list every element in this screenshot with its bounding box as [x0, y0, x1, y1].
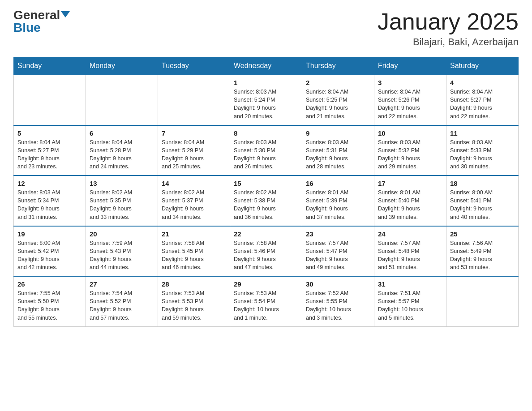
calendar-cell: 18Sunrise: 8:00 AMSunset: 5:41 PMDayligh…	[446, 176, 519, 226]
header-day-friday: Friday	[374, 57, 446, 75]
day-number: 21	[162, 230, 226, 238]
day-info: Sunrise: 8:02 AMSunset: 5:38 PMDaylight:…	[234, 188, 298, 221]
calendar-cell: 29Sunrise: 7:53 AMSunset: 5:54 PMDayligh…	[230, 276, 302, 326]
calendar-cell: 3Sunrise: 8:04 AMSunset: 5:26 PMDaylight…	[374, 75, 446, 125]
day-info: Sunrise: 7:59 AMSunset: 5:43 PMDaylight:…	[90, 239, 154, 272]
day-info: Sunrise: 8:03 AMSunset: 5:30 PMDaylight:…	[234, 138, 298, 171]
day-info: Sunrise: 8:04 AMSunset: 5:28 PMDaylight:…	[90, 138, 154, 171]
day-number: 22	[234, 230, 298, 238]
calendar-cell: 6Sunrise: 8:04 AMSunset: 5:28 PMDaylight…	[86, 125, 158, 176]
calendar-cell: 1Sunrise: 8:03 AMSunset: 5:24 PMDaylight…	[230, 75, 302, 125]
header-day-sunday: Sunday	[14, 57, 86, 75]
day-number: 26	[17, 280, 82, 288]
calendar-cell: 11Sunrise: 8:03 AMSunset: 5:33 PMDayligh…	[446, 125, 519, 176]
day-number: 20	[90, 230, 154, 238]
calendar-cell: 22Sunrise: 7:58 AMSunset: 5:46 PMDayligh…	[230, 226, 302, 277]
header-day-monday: Monday	[86, 57, 158, 75]
logo-triangle-icon	[61, 11, 70, 17]
calendar-cell: 13Sunrise: 8:02 AMSunset: 5:35 PMDayligh…	[86, 176, 158, 226]
day-number: 1	[234, 79, 298, 86]
calendar-header: SundayMondayTuesdayWednesdayThursdayFrid…	[14, 57, 519, 75]
day-info: Sunrise: 7:52 AMSunset: 5:55 PMDaylight:…	[306, 289, 370, 322]
day-number: 27	[90, 280, 154, 288]
day-number: 16	[306, 180, 370, 187]
day-info: Sunrise: 8:00 AMSunset: 5:42 PMDaylight:…	[17, 239, 82, 272]
day-info: Sunrise: 7:51 AMSunset: 5:57 PMDaylight:…	[378, 289, 442, 322]
day-number: 24	[378, 230, 442, 238]
day-number: 4	[450, 79, 515, 86]
day-number: 14	[162, 180, 226, 187]
month-title: January 2025	[378, 9, 519, 34]
calendar-cell: 26Sunrise: 7:55 AMSunset: 5:50 PMDayligh…	[14, 276, 86, 326]
day-info: Sunrise: 7:57 AMSunset: 5:48 PMDaylight:…	[378, 239, 442, 272]
calendar-cell	[446, 276, 519, 326]
calendar-cell: 31Sunrise: 7:51 AMSunset: 5:57 PMDayligh…	[374, 276, 446, 326]
day-info: Sunrise: 8:04 AMSunset: 5:25 PMDaylight:…	[306, 88, 370, 120]
calendar-cell: 19Sunrise: 8:00 AMSunset: 5:42 PMDayligh…	[14, 226, 86, 277]
day-number: 9	[306, 129, 370, 137]
day-info: Sunrise: 8:04 AMSunset: 5:27 PMDaylight:…	[17, 138, 82, 171]
day-info: Sunrise: 8:04 AMSunset: 5:27 PMDaylight:…	[450, 88, 515, 120]
calendar-table: SundayMondayTuesdayWednesdayThursdayFrid…	[13, 57, 519, 327]
calendar-cell: 17Sunrise: 8:01 AMSunset: 5:40 PMDayligh…	[374, 176, 446, 226]
day-info: Sunrise: 7:55 AMSunset: 5:50 PMDaylight:…	[17, 289, 82, 322]
header-day-tuesday: Tuesday	[158, 57, 230, 75]
calendar-body: 1Sunrise: 8:03 AMSunset: 5:24 PMDaylight…	[14, 75, 519, 326]
calendar-cell: 20Sunrise: 7:59 AMSunset: 5:43 PMDayligh…	[86, 226, 158, 277]
calendar-cell: 9Sunrise: 8:03 AMSunset: 5:31 PMDaylight…	[302, 125, 374, 176]
calendar-week-row: 19Sunrise: 8:00 AMSunset: 5:42 PMDayligh…	[14, 226, 519, 277]
day-info: Sunrise: 7:54 AMSunset: 5:52 PMDaylight:…	[90, 289, 154, 322]
day-number: 18	[450, 180, 515, 187]
day-number: 29	[234, 280, 298, 288]
day-number: 12	[17, 180, 82, 187]
header-day-thursday: Thursday	[302, 57, 374, 75]
calendar-cell: 7Sunrise: 8:04 AMSunset: 5:29 PMDaylight…	[158, 125, 230, 176]
day-number: 11	[450, 129, 515, 137]
day-number: 30	[306, 280, 370, 288]
calendar-week-row: 1Sunrise: 8:03 AMSunset: 5:24 PMDaylight…	[14, 75, 519, 125]
title-area: January 2025 Bilajari, Baki, Azerbaijan	[378, 9, 519, 48]
day-info: Sunrise: 8:02 AMSunset: 5:35 PMDaylight:…	[90, 188, 154, 221]
calendar-week-row: 26Sunrise: 7:55 AMSunset: 5:50 PMDayligh…	[14, 276, 519, 326]
calendar-cell: 28Sunrise: 7:53 AMSunset: 5:53 PMDayligh…	[158, 276, 230, 326]
logo-general-text: General	[13, 9, 60, 21]
day-info: Sunrise: 7:58 AMSunset: 5:45 PMDaylight:…	[162, 239, 226, 272]
day-number: 25	[450, 230, 515, 238]
header-day-wednesday: Wednesday	[230, 57, 302, 75]
day-info: Sunrise: 7:57 AMSunset: 5:47 PMDaylight:…	[306, 239, 370, 272]
calendar-cell: 4Sunrise: 8:04 AMSunset: 5:27 PMDaylight…	[446, 75, 519, 125]
calendar-cell: 16Sunrise: 8:01 AMSunset: 5:39 PMDayligh…	[302, 176, 374, 226]
day-info: Sunrise: 8:01 AMSunset: 5:40 PMDaylight:…	[378, 188, 442, 221]
day-info: Sunrise: 8:01 AMSunset: 5:39 PMDaylight:…	[306, 188, 370, 221]
logo-blue-text: Blue	[13, 21, 41, 34]
day-info: Sunrise: 8:00 AMSunset: 5:41 PMDaylight:…	[450, 188, 515, 221]
day-number: 2	[306, 79, 370, 86]
day-number: 6	[90, 129, 154, 137]
calendar-cell: 21Sunrise: 7:58 AMSunset: 5:45 PMDayligh…	[158, 226, 230, 277]
calendar-cell: 14Sunrise: 8:02 AMSunset: 5:37 PMDayligh…	[158, 176, 230, 226]
day-info: Sunrise: 7:53 AMSunset: 5:53 PMDaylight:…	[162, 289, 226, 322]
day-info: Sunrise: 8:02 AMSunset: 5:37 PMDaylight:…	[162, 188, 226, 221]
day-number: 23	[306, 230, 370, 238]
calendar-cell: 25Sunrise: 7:56 AMSunset: 5:49 PMDayligh…	[446, 226, 519, 277]
calendar-cell: 24Sunrise: 7:57 AMSunset: 5:48 PMDayligh…	[374, 226, 446, 277]
logo: General Blue	[13, 9, 70, 34]
header-row: SundayMondayTuesdayWednesdayThursdayFrid…	[14, 57, 519, 75]
calendar-cell	[158, 75, 230, 125]
day-info: Sunrise: 8:04 AMSunset: 5:29 PMDaylight:…	[162, 138, 226, 171]
day-number: 5	[17, 129, 82, 137]
day-number: 10	[378, 129, 442, 137]
day-number: 17	[378, 180, 442, 187]
calendar-week-row: 12Sunrise: 8:03 AMSunset: 5:34 PMDayligh…	[14, 176, 519, 226]
day-number: 28	[162, 280, 226, 288]
calendar-cell: 5Sunrise: 8:04 AMSunset: 5:27 PMDaylight…	[14, 125, 86, 176]
day-info: Sunrise: 8:04 AMSunset: 5:26 PMDaylight:…	[378, 88, 442, 120]
day-info: Sunrise: 8:03 AMSunset: 5:34 PMDaylight:…	[17, 188, 82, 221]
day-number: 7	[162, 129, 226, 137]
day-number: 19	[17, 230, 82, 238]
day-info: Sunrise: 8:03 AMSunset: 5:33 PMDaylight:…	[450, 138, 515, 171]
location-text: Bilajari, Baki, Azerbaijan	[378, 36, 519, 48]
day-number: 13	[90, 180, 154, 187]
day-number: 8	[234, 129, 298, 137]
day-number: 3	[378, 79, 442, 86]
